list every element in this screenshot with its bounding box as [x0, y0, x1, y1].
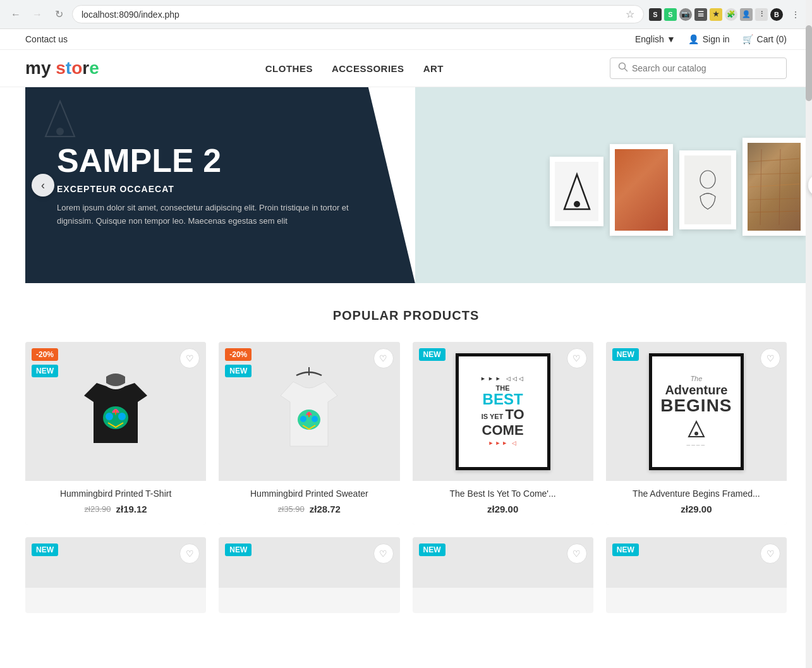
more-options-icon[interactable]: ⋮ — [787, 6, 804, 23]
products-grid: -20% NEW ♡ Hum — [25, 342, 787, 525]
product-card-5[interactable]: NEW ♡ — [25, 537, 206, 613]
svg-line-13 — [779, 149, 780, 225]
product-card-8[interactable]: NEW ♡ — [606, 537, 787, 613]
carousel-frame-3 — [679, 150, 736, 229]
ext-icon-2[interactable]: S — [664, 8, 677, 21]
product-card-3[interactable]: NEW ♡ ►►► ◁◁◁ THE BEST IS YET TO COME ►►… — [413, 342, 593, 525]
product-prices-3: zł29.00 — [421, 504, 585, 514]
back-button[interactable]: ← — [8, 6, 24, 23]
search-box[interactable] — [610, 58, 787, 79]
nav-clothes[interactable]: CLOTHES — [265, 61, 313, 76]
product-image-5: NEW ♡ — [25, 537, 206, 588]
product-card-6[interactable]: NEW ♡ — [219, 537, 399, 613]
product-name-2: Hummingbird Printed Sweater — [227, 489, 391, 499]
site-logo[interactable]: my store — [25, 58, 99, 78]
svg-point-21 — [300, 416, 306, 422]
product-info-3: The Best Is Yet To Come'... zł29.00 — [413, 481, 593, 525]
product-name-1: Hummingbird Printed T-Shirt — [34, 489, 197, 499]
product-prices-4: zł29.00 — [615, 504, 778, 514]
nav-accessories[interactable]: ACCESSORIES — [332, 61, 404, 76]
browser-chrome: ← → ↻ localhost:8090/index.php ☆ S S 📷 ☰… — [0, 0, 812, 29]
adventure-poster-frame: The Adventure BEGINS ──── — [649, 353, 744, 470]
svg-line-8 — [749, 173, 799, 174]
wishlist-button-7[interactable]: ♡ — [567, 544, 587, 564]
carousel-title: SAMPLE 2 — [57, 143, 384, 179]
wishlist-button-3[interactable]: ♡ — [567, 348, 587, 368]
ext-icon-star[interactable]: ★ — [710, 8, 722, 21]
carousel-subtitle: EXCEPTEUR OCCAECAT — [57, 184, 384, 194]
ext-icon-1[interactable]: S — [649, 8, 662, 21]
ext-icon-camera[interactable]: 📷 — [679, 8, 692, 21]
svg-line-11 — [749, 211, 799, 212]
ext-icon-b[interactable]: B — [770, 8, 783, 21]
reload-button[interactable]: ↻ — [51, 6, 67, 23]
product-image-1: -20% NEW ♡ — [25, 342, 206, 481]
language-selector[interactable]: English ▼ — [635, 34, 676, 44]
ext-icon-puzzle[interactable]: 🧩 — [725, 8, 737, 21]
url-text: localhost:8090/index.php — [82, 9, 179, 20]
best-poster-content: ►►► ◁◁◁ THE BEST IS YET TO COME ►►► ◁ — [475, 371, 530, 451]
popular-products-section: POPULAR PRODUCTS -20% NEW ♡ — [0, 283, 812, 626]
svg-point-24 — [694, 432, 698, 435]
product-image-8: NEW ♡ — [606, 537, 787, 588]
price-only-4: zł29.00 — [681, 504, 712, 514]
product-image-7: NEW ♡ — [413, 537, 593, 588]
wishlist-button-6[interactable]: ♡ — [373, 544, 394, 564]
product-info-1: Hummingbird Printed T-Shirt zł23.90 zł19… — [25, 481, 206, 525]
svg-point-5 — [574, 201, 580, 207]
svg-point-3 — [56, 128, 64, 135]
discount-badge-1: -20% — [32, 348, 58, 361]
browser-toolbar: ← → ↻ localhost:8090/index.php ☆ S S 📷 ☰… — [0, 0, 812, 28]
nav-art[interactable]: ART — [423, 61, 444, 76]
product-name-3: The Best Is Yet To Come'... — [421, 489, 585, 499]
product-image-6: NEW ♡ — [219, 537, 399, 588]
contact-link[interactable]: Contact us — [25, 34, 68, 44]
adventure-poster-content: The Adventure BEGINS ──── — [655, 370, 737, 453]
main-nav: CLOTHES ACCESSORIES ART — [265, 61, 444, 76]
product-card-4[interactable]: NEW ♡ The Adventure BEGINS ──── — [606, 342, 787, 525]
scrollbar[interactable] — [806, 0, 812, 626]
svg-line-12 — [760, 149, 761, 225]
wishlist-button-1[interactable]: ♡ — [179, 348, 200, 368]
product-card-1[interactable]: -20% NEW ♡ Hum — [25, 342, 206, 525]
address-bar[interactable]: localhost:8090/index.php ☆ — [72, 5, 644, 23]
bookmark-icon[interactable]: ☆ — [626, 8, 634, 20]
product-card-2[interactable]: -20% NEW ♡ — [219, 342, 399, 525]
cart-icon: 🛒 — [742, 34, 753, 44]
wishlist-button-8[interactable]: ♡ — [760, 544, 780, 564]
product-prices-1: zł23.90 zł19.12 — [34, 504, 197, 514]
sign-in-link[interactable]: 👤 Sign in — [688, 34, 730, 44]
browser-actions: S S 📷 ☰ ★ 🧩 👤 ⋮ B ⋮ — [649, 6, 804, 23]
svg-point-16 — [106, 413, 113, 420]
carousel-body: Lorem ipsum dolor sit amet, consectetur … — [57, 202, 384, 228]
wishlist-button-4[interactable]: ♡ — [760, 348, 780, 368]
wishlist-button-5[interactable]: ♡ — [179, 544, 200, 564]
product-prices-2: zł35.90 zł28.72 — [227, 504, 391, 514]
carousel-left-panel: SAMPLE 2 EXCEPTEUR OCCAECAT Lorem ipsum … — [25, 87, 415, 283]
scrollbar-thumb[interactable] — [806, 25, 812, 101]
wishlist-button-2[interactable]: ♡ — [373, 348, 394, 368]
ext-icon-profile[interactable]: 👤 — [740, 8, 753, 21]
carousel-frame-2 — [610, 144, 673, 236]
price-old-1: zł23.90 — [85, 504, 111, 514]
forward-button[interactable]: → — [29, 6, 45, 23]
price-only-3: zł29.00 — [487, 504, 518, 514]
price-old-2: zł35.90 — [278, 504, 305, 514]
new-badge-3: NEW — [419, 348, 445, 361]
product-name-4: The Adventure Begins Framed... — [615, 489, 778, 499]
user-icon: 👤 — [688, 34, 699, 44]
product-info-2: Hummingbird Printed Sweater zł35.90 zł28… — [219, 481, 399, 525]
hero-carousel: SAMPLE 2 EXCEPTEUR OCCAECAT Lorem ipsum … — [25, 87, 812, 283]
search-icon — [618, 62, 628, 75]
search-input[interactable] — [632, 63, 779, 73]
new-badge-4: NEW — [612, 348, 639, 361]
cart-button[interactable]: 🛒 Cart (0) — [742, 34, 787, 44]
ext-icon-grid[interactable]: ⋮ — [755, 8, 768, 21]
ext-icon-bar[interactable]: ☰ — [694, 8, 707, 21]
product-image-2: -20% NEW ♡ — [219, 342, 399, 481]
carousel-prev-button[interactable]: ‹ — [32, 174, 54, 197]
product-info-4: The Adventure Begins Framed... zł29.00 — [606, 481, 787, 525]
extension-icons: S S 📷 ☰ ★ 🧩 👤 ⋮ B — [649, 8, 783, 21]
carousel-frame-1 — [550, 157, 603, 226]
product-card-7[interactable]: NEW ♡ — [413, 537, 593, 613]
